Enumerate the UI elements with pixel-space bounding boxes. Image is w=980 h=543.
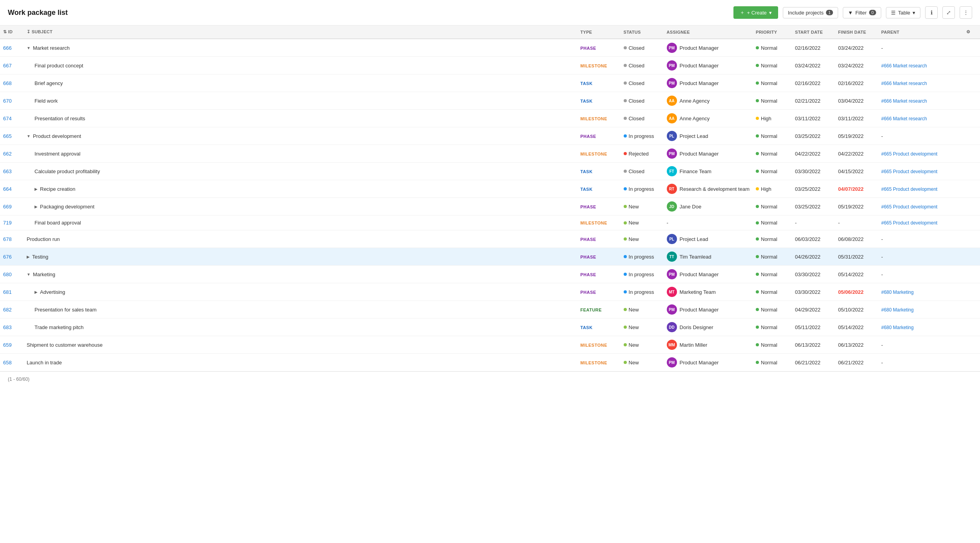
assignee-name: Finance Team [680,168,711,174]
row-more-button[interactable]: ⋯ [966,97,975,105]
row-info-button[interactable]: ℹ [960,80,965,87]
parent-link[interactable]: #680 Marketing [881,325,914,330]
parent-link[interactable]: #666 Market research [881,81,927,86]
row-info-button[interactable]: ℹ [960,288,965,296]
row-more-button[interactable]: ⋯ [966,235,975,243]
priority-text: Normal [761,45,777,51]
row-more-button[interactable]: ⋯ [966,168,975,175]
row-more-button[interactable]: ⋯ [966,341,975,349]
work-package-id-link[interactable]: 662 [3,151,12,157]
parent-link[interactable]: #666 Market research [881,98,927,104]
row-info-button[interactable]: ℹ [960,203,965,210]
col-header-id[interactable]: ⇅ ID [0,25,24,39]
expand-down-icon[interactable]: ▼ [27,46,31,50]
expand-down-icon[interactable]: ▼ [27,134,31,138]
expand-right-icon[interactable]: ▶ [34,205,38,209]
parent-link[interactable]: #666 Market research [881,63,927,69]
row-more-button[interactable]: ⋯ [966,306,975,313]
row-more-button[interactable]: ⋯ [966,253,975,261]
work-package-id-link[interactable]: 681 [3,289,12,295]
work-package-id-link[interactable]: 664 [3,186,12,192]
row-info-button[interactable]: ℹ [960,62,965,69]
row-more-button[interactable]: ⋯ [966,324,975,331]
row-more-button[interactable]: ⋯ [966,80,975,87]
work-package-id-link[interactable]: 682 [3,307,12,313]
work-package-id-link[interactable]: 668 [3,80,12,86]
row-more-button[interactable]: ⋯ [966,150,975,157]
priority-cell: Normal [756,220,789,226]
expand-down-icon[interactable]: ▼ [27,272,31,277]
row-more-button[interactable]: ⋯ [966,271,975,278]
parent-link[interactable]: #680 Marketing [881,307,914,313]
subject-text: Recipe creation [40,186,75,192]
assignee-cell: PMProduct Manager [667,148,750,159]
row-info-button[interactable]: ℹ [960,150,965,157]
work-package-id-link[interactable]: 659 [3,342,12,348]
parent-link[interactable]: #680 Marketing [881,290,914,295]
table-view-button[interactable]: ☰ Table ▾ [886,7,920,18]
work-package-id-link[interactable]: 719 [3,220,12,226]
row-info-button[interactable]: ℹ [960,219,965,226]
work-package-id-link[interactable]: 667 [3,63,12,69]
create-button[interactable]: ＋ + Create ▾ [733,6,778,19]
work-package-id-link[interactable]: 674 [3,116,12,121]
row-more-button[interactable]: ⋯ [966,44,975,52]
more-options-button[interactable]: ⋮ [960,6,972,19]
row-more-button[interactable]: ⋯ [966,219,975,226]
work-package-id-link[interactable]: 683 [3,324,12,330]
expand-right-icon[interactable]: ▶ [34,290,38,294]
work-package-id-link[interactable]: 670 [3,98,12,104]
work-package-id-link[interactable]: 663 [3,168,12,174]
row-more-button[interactable]: ⋯ [966,288,975,296]
row-info-button[interactable]: ℹ [960,324,965,331]
expand-right-icon[interactable]: ▶ [34,187,38,191]
row-info-button[interactable]: ℹ [960,253,965,261]
row-more-button[interactable]: ⋯ [966,62,975,69]
status-text: New [629,307,639,313]
row-info-button[interactable]: ℹ [960,359,965,366]
finish-date: 05/19/2022 [835,127,878,145]
table-dropdown-icon: ▾ [913,10,915,16]
col-header-settings[interactable]: ⚙ [956,25,980,39]
row-info-button[interactable]: ℹ [960,115,965,122]
row-info-button[interactable]: ℹ [960,132,965,140]
row-more-button[interactable]: ⋯ [966,132,975,140]
col-header-subject[interactable]: ↧ Subject [24,25,577,39]
filter-button[interactable]: ▼ Filter 0 [843,7,881,18]
row-info-button[interactable]: ℹ [960,271,965,278]
parent-link[interactable]: #666 Market research [881,116,927,121]
expand-right-icon[interactable]: ▶ [27,255,30,259]
row-info-button[interactable]: ℹ [960,185,965,193]
parent-link[interactable]: #665 Product development [881,204,937,210]
parent-link[interactable]: #665 Product development [881,151,937,157]
row-info-button[interactable]: ℹ [960,44,965,52]
parent-link[interactable]: #665 Product development [881,186,937,192]
parent-cell: #666 Market research [878,92,956,110]
type-badge: PHASE [581,205,596,209]
type-badge: PHASE [581,46,596,51]
row-info-button[interactable]: ℹ [960,168,965,175]
row-more-button[interactable]: ⋯ [966,203,975,210]
include-projects-button[interactable]: Include projects 1 [783,7,838,18]
pagination-info: (1 - 60/60) [8,376,29,382]
work-package-id-link[interactable]: 666 [3,45,12,51]
expand-button[interactable]: ⤢ [942,6,955,19]
parent-link[interactable]: #665 Product development [881,220,937,226]
row-info-button[interactable]: ℹ [960,97,965,105]
row-more-button[interactable]: ⋯ [966,185,975,193]
work-package-id-link[interactable]: 658 [3,360,12,366]
work-package-id-link[interactable]: 665 [3,133,12,139]
work-package-id-link[interactable]: 678 [3,236,12,242]
row-info-button[interactable]: ℹ [960,235,965,243]
work-package-id-link[interactable]: 676 [3,254,12,260]
row-info-button[interactable]: ℹ [960,306,965,313]
row-more-button[interactable]: ⋯ [966,359,975,366]
parent-cell: #666 Market research [878,57,956,74]
parent-link[interactable]: #665 Product development [881,169,937,174]
assignee-cell: RTResearch & development team [667,184,750,194]
work-package-id-link[interactable]: 669 [3,204,12,210]
info-button[interactable]: ℹ [925,6,938,19]
row-more-button[interactable]: ⋯ [966,115,975,122]
work-package-id-link[interactable]: 680 [3,272,12,277]
row-info-button[interactable]: ℹ [960,341,965,349]
